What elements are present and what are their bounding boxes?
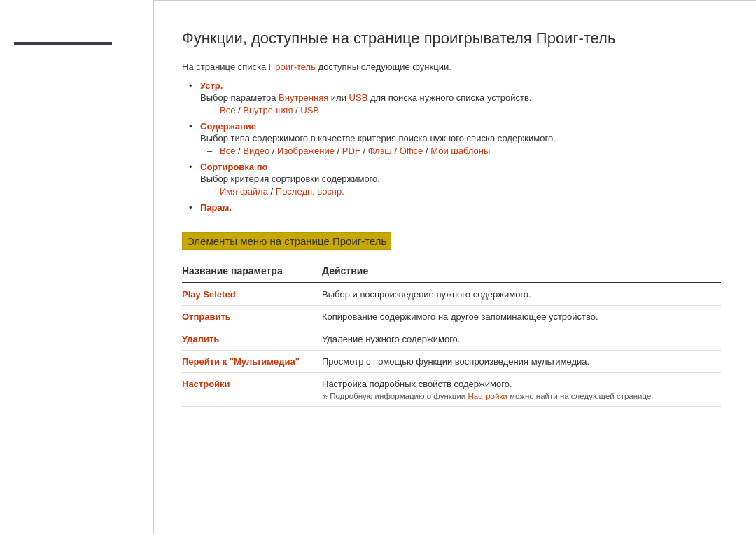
- table-row: Перейти к "Мультимедиа" Просмотр с помощ…: [182, 350, 721, 372]
- link-pdf[interactable]: PDF: [342, 146, 360, 156]
- table-row: Play Seleted Выбор и воспроизведение нуж…: [182, 283, 721, 306]
- content-sub-item: Все / Видео / Изображение / PDF / Флэш /…: [207, 146, 721, 156]
- link-last-played[interactable]: Последн. воспр.: [276, 186, 344, 197]
- action-settings: Настройка подробных свойств содержимого.…: [322, 372, 721, 406]
- list-item-sort: Сортировка по Выбор критерия сортировки …: [189, 162, 721, 197]
- param-settings: Настройки: [182, 372, 322, 406]
- col-header-param: Название параметра: [182, 261, 322, 283]
- sort-sub-item: Имя файла / Последн. воспр.: [207, 186, 721, 197]
- main-content: Функции, доступные на странице проигрыва…: [154, 0, 756, 534]
- link-all-content[interactable]: Все: [220, 146, 235, 156]
- param-goto-multimedia: Перейти к "Мультимедиа": [182, 350, 322, 372]
- link-image[interactable]: Изображение: [277, 146, 335, 156]
- section-heading-highlighted: Элементы меню на странице Проиг-тель: [182, 232, 391, 250]
- intro-paragraph: На странице списка Проиг-тель доступны с…: [182, 62, 721, 72]
- sort-sub-list: Имя файла / Последн. воспр.: [207, 186, 721, 197]
- link-internal[interactable]: Внутренняя: [279, 92, 328, 103]
- highlighted-heading-text: Элементы меню на странице Проиг-тель: [187, 235, 386, 247]
- page-title: Функции, доступные на странице проигрыва…: [182, 29, 721, 49]
- link-internal-sub[interactable]: Внутренняя: [243, 105, 293, 115]
- bullet-label-sort: Сортировка по: [200, 162, 267, 172]
- intro-link-player[interactable]: Проиг-тель: [269, 62, 316, 72]
- table-header-row: Название параметра Действие: [182, 261, 721, 283]
- features-list: Устр. Выбор параметра Внутренняя или USB…: [189, 80, 721, 213]
- link-all-ustr[interactable]: Все: [220, 105, 235, 115]
- ustr-sub-item: Все / Внутренняя / USB: [207, 105, 721, 115]
- bullet-label-param: Парам.: [200, 202, 232, 213]
- action-send: Копирование содержимого на другое запоми…: [322, 305, 721, 328]
- ustr-sub-list: Все / Внутренняя / USB: [207, 105, 721, 115]
- action-delete: Удаление нужного содержимого.: [322, 328, 721, 350]
- table-row: Отправить Копирование содержимого на дру…: [182, 305, 721, 328]
- intro-text-after: доступны следующие функции.: [316, 62, 451, 72]
- link-video[interactable]: Видео: [243, 146, 270, 156]
- link-usb[interactable]: USB: [349, 92, 368, 103]
- content-desc: Выбор типа содержимого в качестве критер…: [200, 133, 721, 143]
- link-my-templates[interactable]: Мои шаблоны: [430, 146, 490, 156]
- list-item-content: Содержание Выбор типа содержимого в каче…: [189, 121, 721, 156]
- action-goto-multimedia: Просмотр с помощью функции воспроизведен…: [322, 350, 721, 372]
- link-settings-note[interactable]: Настройки: [468, 392, 507, 400]
- col-header-action: Действие: [322, 261, 721, 283]
- intro-text-before: На странице списка: [182, 62, 269, 72]
- link-filename[interactable]: Имя файла: [220, 186, 268, 197]
- param-send: Отправить: [182, 305, 322, 328]
- param-delete: Удалить: [182, 328, 322, 350]
- link-usb-sub[interactable]: USB: [300, 105, 319, 115]
- sidebar: [0, 0, 154, 534]
- action-play-selected: Выбор и воспроизведение нужного содержим…: [322, 283, 721, 306]
- bullet-label-content: Содержание: [200, 121, 256, 132]
- bullet-label-ustr: Устр.: [200, 80, 223, 91]
- list-item-param: Парам.: [189, 202, 721, 213]
- sidebar-bar: [14, 42, 112, 45]
- table-row: Удалить Удаление нужного содержимого.: [182, 328, 721, 350]
- link-flash[interactable]: Флэш: [368, 146, 392, 156]
- menu-table: Название параметра Действие Play Seleted…: [182, 261, 721, 407]
- table-row: Настройки Настройка подробных свойств со…: [182, 372, 721, 406]
- list-item-ustr: Устр. Выбор параметра Внутренняя или USB…: [189, 80, 721, 115]
- sort-desc: Выбор критерия сортировки содержимого.: [200, 174, 721, 184]
- content-sub-list: Все / Видео / Изображение / PDF / Флэш /…: [207, 146, 721, 156]
- link-office[interactable]: Office: [400, 146, 424, 156]
- settings-note: ※ Подробную информацию о функции Настрой…: [322, 392, 714, 400]
- param-play-selected: Play Seleted: [182, 283, 322, 306]
- ustr-desc: Выбор параметра Внутренняя или USB для п…: [200, 92, 721, 103]
